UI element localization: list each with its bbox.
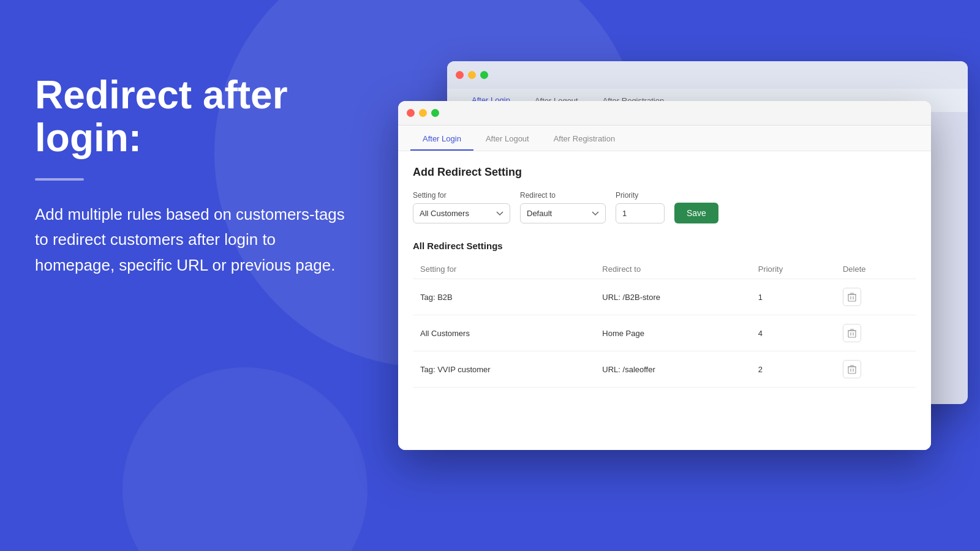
add-setting-form: Setting for All Customers Tag: B2B Tag: … — [413, 191, 916, 223]
dot-red-back — [456, 71, 464, 79]
bg-decorative-circle-2 — [123, 367, 368, 551]
tab-after-logout[interactable]: After Logout — [473, 128, 541, 151]
cell-delete — [835, 351, 916, 388]
tab-after-registration[interactable]: After Registration — [541, 128, 627, 151]
dot-green-front — [431, 109, 439, 117]
redirect-to-select[interactable]: Default Home Page Previous Page Custom U… — [520, 203, 606, 223]
description-text: Add multiple rules based on customers-ta… — [35, 202, 353, 279]
cell-redirect-to: URL: /saleoffer — [595, 351, 750, 388]
all-settings-title: All Redirect Settings — [413, 241, 916, 251]
cell-delete — [835, 315, 916, 351]
dot-green-back — [480, 71, 488, 79]
cell-setting-for: Tag: B2B — [413, 279, 595, 315]
cell-setting-for: Tag: VVIP customer — [413, 351, 595, 388]
titlebar-front — [398, 101, 931, 126]
redirect-to-group: Redirect to Default Home Page Previous P… — [520, 191, 606, 223]
main-content: Add Redirect Setting Setting for All Cus… — [398, 151, 931, 450]
table-header-row: Setting for Redirect to Priority Delete — [413, 260, 916, 279]
browser-window-front: After Login After Logout After Registrat… — [398, 101, 931, 450]
col-setting-for: Setting for — [413, 260, 595, 279]
cell-priority: 2 — [751, 351, 835, 388]
cell-setting-for: All Customers — [413, 315, 595, 351]
titlebar-back — [447, 61, 968, 89]
col-redirect-to: Redirect to — [595, 260, 750, 279]
redirect-table: Setting for Redirect to Priority Delete … — [413, 260, 916, 388]
priority-input[interactable] — [616, 203, 665, 223]
setting-for-group: Setting for All Customers Tag: B2B Tag: … — [413, 191, 510, 223]
right-panel: After Login After Logout After Registrat… — [398, 61, 980, 459]
delete-button[interactable] — [843, 288, 861, 306]
dot-red-front — [407, 109, 415, 117]
tab-after-login[interactable]: After Login — [410, 128, 473, 151]
table-row: Tag: VVIP customer URL: /saleoffer 2 — [413, 351, 916, 388]
cell-delete — [835, 279, 916, 315]
priority-group: Priority — [616, 191, 665, 223]
setting-for-select[interactable]: All Customers Tag: B2B Tag: VVIP custome… — [413, 203, 510, 223]
title-divider — [35, 178, 84, 181]
delete-button[interactable] — [843, 324, 861, 342]
trash-icon — [848, 364, 856, 374]
table-row: Tag: B2B URL: /B2B-store 1 — [413, 279, 916, 315]
priority-label: Priority — [616, 191, 665, 200]
cell-redirect-to: Home Page — [595, 315, 750, 351]
tabs-front: After Login After Logout After Registrat… — [398, 126, 931, 151]
save-button[interactable]: Save — [674, 203, 718, 223]
dot-yellow-back — [468, 71, 476, 79]
delete-button[interactable] — [843, 360, 861, 378]
svg-rect-3 — [848, 331, 856, 337]
dot-yellow-front — [419, 109, 427, 117]
trash-icon — [848, 292, 856, 302]
main-title: Redirect after login: — [35, 73, 353, 160]
col-priority: Priority — [751, 260, 835, 279]
redirect-to-label: Redirect to — [520, 191, 606, 200]
col-delete: Delete — [835, 260, 916, 279]
table-row: All Customers Home Page 4 — [413, 315, 916, 351]
left-panel: Redirect after login: Add multiple rules… — [35, 73, 353, 279]
svg-rect-6 — [848, 367, 856, 373]
trash-icon — [848, 328, 856, 338]
setting-for-label: Setting for — [413, 191, 510, 200]
cell-redirect-to: URL: /B2B-store — [595, 279, 750, 315]
svg-rect-0 — [848, 294, 856, 301]
cell-priority: 4 — [751, 315, 835, 351]
cell-priority: 1 — [751, 279, 835, 315]
add-setting-title: Add Redirect Setting — [413, 166, 916, 179]
